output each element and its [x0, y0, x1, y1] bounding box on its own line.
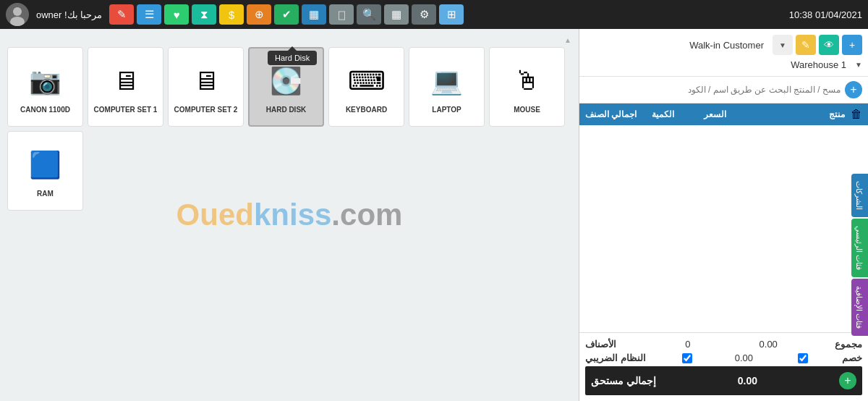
product-tooltip: Hard Disk [268, 51, 317, 65]
nav-pos-btn[interactable]: ⊞ [439, 4, 464, 25]
pos-discount-row-val: 0.00 [735, 353, 753, 363]
product-label-ram: RAM [37, 190, 54, 198]
nav-fav-btn[interactable]: ♥ [164, 4, 189, 25]
svg-point-1 [13, 7, 22, 16]
pos-footer: مجموع 0.00 0 الأصناف خصم 0.00 النظام الض… [579, 332, 868, 401]
pos-total-row: + 0.00 إجمالي مستحق [585, 366, 862, 395]
pos-warehouse-name: Warehouse 1 [585, 59, 852, 70]
nav-settings-btn[interactable]: ⚙ [412, 4, 436, 25]
nav-add-btn[interactable]: ⊕ [247, 4, 271, 25]
pos-table-body [579, 125, 868, 332]
pos-subtotal-val: 0.00 [760, 339, 778, 350]
pos-subtotal-label: مجموع [835, 339, 862, 350]
product-icon-computer1: 🖥 [103, 59, 149, 103]
side-tab-extra-categories[interactable]: فئات الإضافية [851, 279, 868, 336]
product-icon-ram: 🟦 [22, 143, 69, 187]
product-label-computer1: COMPUTER SET 1 [94, 106, 158, 114]
pos-edit-customer-btn[interactable]: ✎ [796, 35, 816, 55]
pos-warehouse-arrow-icon: ▼ [855, 61, 862, 69]
side-tab-companies[interactable]: الشركات [851, 174, 868, 217]
datetime-label: 10:38 01/04/2021 [789, 9, 862, 20]
pos-total-label: إجمالي مستحق [591, 375, 656, 387]
navbar: مرحبا بك! owner ✎ ☰ ♥ ⧗ $ ⊕ ✔ ▦ ⎕ 🔍 ▦ ⚙ … [0, 0, 868, 29]
pos-customer-dropdown-btn[interactable]: ▼ [773, 35, 793, 55]
pos-col-product: منتج [741, 109, 845, 119]
product-icon-keyboard: ⌨ [344, 59, 390, 103]
pos-header: + 👁 ✎ ▼ Walk-in Customer ▼ Warehouse 1 [579, 29, 868, 77]
product-label-canon: CANON 1100D [20, 106, 70, 114]
product-label-harddisk: HARD DISK [266, 106, 307, 114]
pos-discount-checkbox[interactable] [798, 353, 808, 363]
product-label-laptop: LAPTOP [432, 106, 461, 114]
pos-count-label: 0 [685, 339, 690, 350]
pos-tax-checkbox[interactable] [682, 353, 692, 363]
pos-table-header: 🗑 منتج السعر الكمية اجمالي الصنف [579, 104, 868, 125]
product-label-computer2: COMPUTER SET 2 [174, 106, 238, 114]
scroll-up-indicator: ▲ [7, 36, 571, 44]
pos-col-qty: الكمية [637, 109, 689, 119]
pos-customer-row: + 👁 ✎ ▼ Walk-in Customer [585, 35, 862, 55]
product-label-mouse: MOUSE [514, 106, 540, 114]
nav-edit-btn[interactable]: ✎ [109, 4, 134, 25]
avatar [6, 3, 29, 26]
product-card-computer1[interactable]: 🖥 COMPUTER SET 1 [88, 47, 163, 127]
product-card-computer2[interactable]: 🖥 COMPUTER SET 2 [168, 47, 244, 127]
pos-total-add-btn[interactable]: + [839, 372, 856, 389]
pos-side-tabs: الشركات فئات الرئيسي فئات الإضافية [851, 174, 868, 336]
product-label-keyboard: KEYBOARD [346, 106, 387, 114]
pos-view-customer-btn[interactable]: 👁 [819, 35, 839, 55]
product-card-ram[interactable]: 🟦 RAM [7, 131, 83, 211]
nav-timer-btn[interactable]: ⧗ [192, 4, 216, 25]
main-layout: Hard Disk Ouedkniss.com ▲ 📷 CANON 1100D … [0, 29, 868, 401]
product-card-mouse[interactable]: 🖱 MOUSE [489, 47, 565, 127]
pos-customer-name: Walk-in Customer [585, 40, 770, 51]
nav-menu-btn[interactable]: ☰ [137, 4, 161, 25]
nav-search-btn[interactable]: 🔍 [357, 4, 381, 25]
pos-tax-label: النظام الضريبي [585, 353, 646, 363]
side-tab-main-categories[interactable]: فئات الرئيسي [851, 219, 868, 277]
product-grid: 📷 CANON 1100D 🖥 COMPUTER SET 1 🖥 COMPUTE… [7, 47, 571, 211]
product-icon-computer2: 🖥 [183, 59, 229, 103]
pos-items-label: الأصناف [585, 339, 616, 350]
product-icon-harddisk: 💽 [263, 59, 310, 103]
pos-total-val: 0.00 [738, 375, 757, 387]
product-card-keyboard[interactable]: ⌨ KEYBOARD [328, 47, 404, 127]
pos-col-total: اجمالي الصنف [585, 109, 637, 119]
product-card-canon[interactable]: 📷 CANON 1100D [7, 47, 83, 127]
product-card-laptop[interactable]: 💻 LAPTOP [409, 47, 485, 127]
pos-col-price: السعر [689, 109, 741, 119]
pos-search-row: + [579, 77, 868, 104]
username-label: مرحبا بك! owner [36, 9, 102, 20]
pos-col-trash: 🗑 [845, 108, 862, 121]
pos-add-customer-btn[interactable]: + [842, 35, 862, 55]
nav-check-btn[interactable]: ✔ [274, 4, 299, 25]
pos-search-input[interactable] [585, 85, 841, 95]
product-icon-canon: 📷 [22, 59, 69, 103]
nav-table-btn[interactable]: ▦ [384, 4, 409, 25]
nav-screen-btn[interactable]: ⎕ [329, 4, 354, 25]
pos-panel: + 👁 ✎ ▼ Walk-in Customer ▼ Warehouse 1 +… [579, 29, 868, 401]
product-icon-mouse: 🖱 [504, 59, 550, 103]
pos-summary-row-2: خصم 0.00 النظام الضريبي [585, 353, 862, 363]
nav-grid-btn[interactable]: ▦ [302, 4, 326, 25]
pos-search-add-btn[interactable]: + [845, 81, 862, 98]
product-panel: Hard Disk Ouedkniss.com ▲ 📷 CANON 1100D … [0, 29, 579, 401]
nav-money-btn[interactable]: $ [219, 4, 244, 25]
pos-discount-row-label: خصم [842, 353, 862, 363]
pos-summary-row-1: مجموع 0.00 0 الأصناف [585, 339, 862, 350]
product-icon-laptop: 💻 [424, 59, 470, 103]
pos-warehouse-row: ▼ Warehouse 1 [585, 59, 862, 70]
